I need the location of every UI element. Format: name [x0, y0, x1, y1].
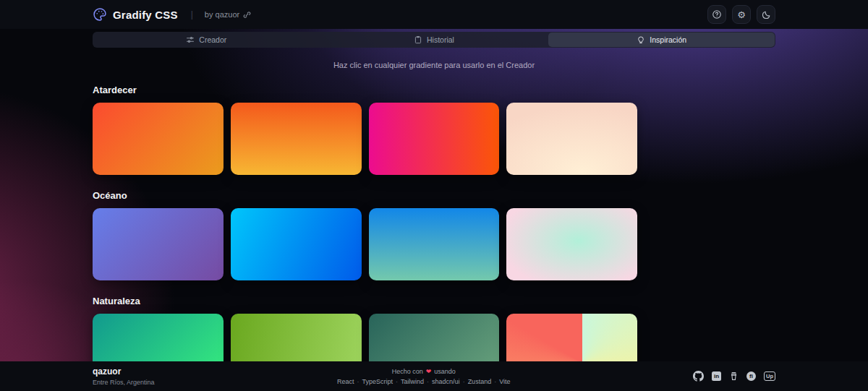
made-with-suffix: usando: [434, 368, 456, 375]
gradient-sections: AtardecerOcéanoNaturaleza: [93, 85, 775, 386]
tab-inspiracion[interactable]: Inspiración: [548, 33, 775, 47]
tech-separator: ·: [357, 378, 359, 385]
linkedin-icon[interactable]: in: [712, 371, 721, 381]
app-header: Gradify CSS | by qazuor: [0, 0, 868, 29]
app-title: Gradify CSS: [113, 9, 178, 21]
footer-location: Entre Ríos, Argentina: [93, 379, 155, 386]
gradient-card[interactable]: [506, 208, 637, 280]
app-footer: qazuor Entre Ríos, Argentina Hecho con ❤…: [0, 361, 868, 391]
tech-item: Zustand: [468, 378, 492, 385]
gradient-grid: [93, 103, 775, 175]
section-title: Atardecer: [93, 85, 775, 95]
gradient-grid: [93, 208, 775, 280]
subtitle: Haz clic en cualquier gradiente para usa…: [93, 61, 775, 69]
made-with-prefix: Hecho con: [392, 368, 423, 375]
sliders-icon: [186, 35, 195, 44]
tab-label: Inspiración: [650, 35, 686, 44]
github-icon[interactable]: [693, 371, 704, 382]
help-button[interactable]: [707, 5, 726, 24]
tech-stack: React·TypeScript·Tailwind·shadcn/ui·Zust…: [337, 378, 510, 385]
theme-toggle-button[interactable]: [757, 5, 775, 24]
tab-creador[interactable]: Creador: [93, 33, 320, 47]
footer-credits: Hecho con ❤ usando React·TypeScript·Tail…: [337, 368, 510, 385]
gradient-card[interactable]: [93, 103, 224, 175]
lightbulb-icon: [637, 35, 645, 44]
brand: Gradify CSS | by qazuor: [93, 7, 251, 22]
social-links: infiUp: [693, 371, 775, 382]
brand-separator: |: [191, 9, 193, 20]
tech-item: shadcn/ui: [432, 378, 460, 385]
settings-button[interactable]: ⚙: [732, 5, 751, 24]
header-actions: ⚙: [707, 5, 775, 24]
section-title: Naturaleza: [93, 296, 775, 306]
byline[interactable]: by qazuor: [205, 10, 251, 19]
footer-author: qazuor: [93, 366, 155, 377]
gradient-card[interactable]: [369, 103, 500, 175]
section-oceano: Océano: [93, 190, 775, 280]
section-title: Océano: [93, 190, 775, 201]
tech-item: Vite: [499, 378, 510, 385]
heart-icon: ❤: [426, 368, 432, 375]
gradient-card[interactable]: [231, 208, 362, 280]
coffee-icon[interactable]: [729, 371, 739, 381]
palette-icon: [93, 7, 107, 22]
tech-separator: ·: [463, 378, 465, 385]
gradient-card[interactable]: [506, 103, 637, 175]
tech-separator: ·: [427, 378, 429, 385]
link-icon: [243, 11, 251, 19]
footer-author-block: qazuor Entre Ríos, Argentina: [93, 366, 155, 386]
tech-item: React: [337, 378, 354, 385]
fiverr-icon[interactable]: fi: [746, 371, 756, 381]
tech-separator: ·: [396, 378, 398, 385]
tab-historial[interactable]: Historial: [321, 33, 548, 47]
clipboard-icon: [414, 35, 422, 44]
upwork-icon[interactable]: Up: [764, 371, 775, 381]
settings-icon: ⚙: [737, 10, 746, 20]
main-content: CreadorHistorialInspiración Haz clic en …: [93, 32, 775, 386]
tech-item: Tailwind: [401, 378, 424, 385]
tab-label: Historial: [427, 35, 454, 44]
tab-bar: CreadorHistorialInspiración: [93, 32, 775, 48]
tab-label: Creador: [199, 35, 226, 44]
gradient-card[interactable]: [231, 103, 362, 175]
gradient-card[interactable]: [93, 208, 224, 280]
section-atardecer: Atardecer: [93, 85, 775, 175]
help-icon: [712, 9, 722, 20]
tech-item: TypeScript: [362, 378, 393, 385]
byline-text: by qazuor: [205, 10, 239, 19]
gradient-card[interactable]: [369, 208, 500, 280]
tech-separator: ·: [494, 378, 496, 385]
moon-icon: [762, 10, 771, 20]
